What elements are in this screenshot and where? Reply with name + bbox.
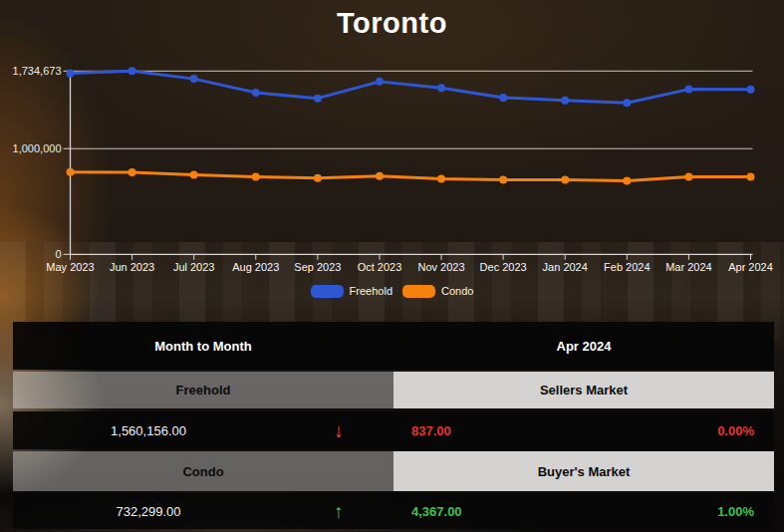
sellers-market-label: Sellers Market (393, 372, 774, 408)
condo-metric: 4,367.00 (393, 504, 462, 519)
condo-market-group: 4,367.00 1.00% (393, 493, 774, 529)
toronto-market-widget: Toronto 1,734,6731,000,0000May 2023Jun 2… (0, 0, 784, 532)
condo-percent: 1.00% (717, 504, 774, 519)
condo-value-row: 732,299.00 ↑ 4,367.00 1.00% (13, 493, 774, 529)
svg-text:Dec 2023: Dec 2023 (480, 261, 527, 273)
freehold-value-group: 1,560,156.00 ↓ (13, 411, 393, 449)
condo-band-row: Condo Buyer's Market (13, 451, 774, 491)
trend-down-arrow-icon: ↓ (284, 421, 393, 440)
chart-legend: Freehold Condo (0, 282, 784, 300)
svg-text:Jan 2024: Jan 2024 (543, 261, 588, 273)
trend-up-arrow-icon: ↑ (284, 502, 393, 521)
svg-text:Nov 2023: Nov 2023 (417, 261, 464, 273)
buyers-market-label: Buyer's Market (393, 451, 774, 491)
svg-text:Aug 2023: Aug 2023 (232, 261, 279, 273)
svg-text:May 2023: May 2023 (46, 261, 94, 273)
freehold-label: Freehold (13, 372, 393, 408)
svg-text:0: 0 (55, 248, 61, 260)
svg-text:Apr 2024: Apr 2024 (728, 261, 773, 273)
freehold-percent: 0.00% (717, 423, 774, 438)
header-apr-2024: Apr 2024 (393, 322, 774, 370)
freehold-swatch-icon (311, 285, 344, 298)
svg-text:1,000,000: 1,000,000 (13, 142, 62, 154)
price-trend-chart[interactable]: 1,734,6731,000,0000May 2023Jun 2023Jul 2… (0, 58, 784, 282)
svg-text:Jul 2023: Jul 2023 (173, 261, 215, 273)
condo-price: 732,299.00 (13, 504, 284, 519)
freehold-market-group: 837.00 0.00% (393, 411, 774, 449)
page-title: Toronto (0, 7, 784, 40)
header-month-to-month: Month to Month (13, 322, 393, 370)
svg-text:Feb 2024: Feb 2024 (604, 261, 650, 273)
freehold-band-row: Freehold Sellers Market (13, 372, 774, 408)
legend-label-condo: Condo (441, 285, 473, 297)
svg-text:1,734,673: 1,734,673 (13, 65, 62, 77)
condo-swatch-icon (402, 285, 435, 298)
condo-label: Condo (13, 451, 393, 491)
svg-text:Oct 2023: Oct 2023 (358, 261, 402, 273)
freehold-price: 1,560,156.00 (13, 423, 284, 438)
freehold-metric: 837.00 (393, 423, 451, 438)
month-to-month-table: Month to Month Apr 2024 Freehold Sellers… (13, 322, 774, 529)
svg-text:Jun 2023: Jun 2023 (110, 261, 154, 273)
svg-text:Mar 2024: Mar 2024 (665, 261, 711, 273)
legend-item-freehold[interactable]: Freehold (311, 285, 392, 298)
svg-text:Sep 2023: Sep 2023 (294, 261, 341, 273)
condo-value-group: 732,299.00 ↑ (13, 493, 393, 529)
freehold-value-row: 1,560,156.00 ↓ 837.00 0.00% (13, 411, 774, 449)
table-header-row: Month to Month Apr 2024 (13, 322, 774, 370)
legend-label-freehold: Freehold (350, 285, 392, 297)
legend-item-condo[interactable]: Condo (402, 285, 473, 298)
